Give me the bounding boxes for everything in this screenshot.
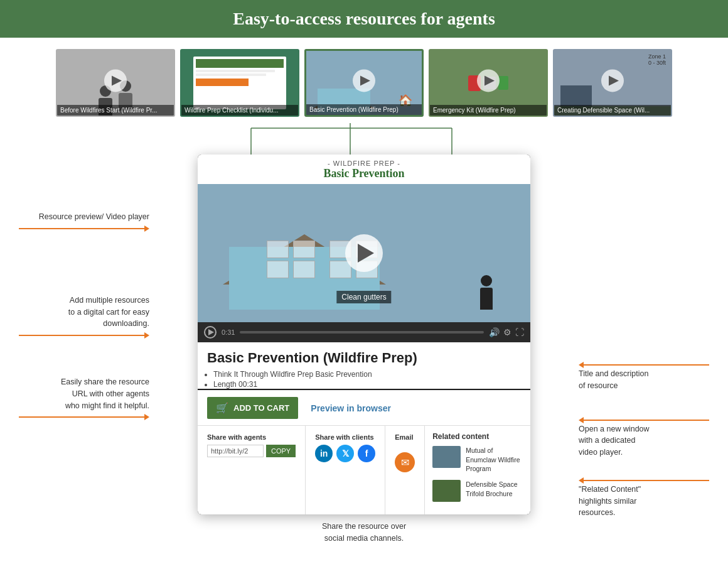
video-controls: 0:31 🔊 ⚙ ⛶: [198, 322, 530, 342]
video-header: - WILDFIRE PREP - Basic Prevention: [198, 155, 530, 184]
window-grid-left: [267, 241, 317, 278]
window-pane-4: [293, 261, 315, 278]
related-text-2: Defensible Space Trifold Brochure: [466, 480, 523, 498]
play-control[interactable]: [204, 326, 217, 339]
copy-button[interactable]: COPY: [266, 445, 296, 457]
fullscreen-icon[interactable]: ⛶: [515, 327, 524, 337]
info-section: Basic Prevention (Wildfire Prep) Think I…: [198, 342, 530, 389]
thumb-play-1: [104, 69, 127, 92]
thumbnail-4[interactable]: Emergency Kit (Wildfire Prep): [429, 49, 548, 117]
volume-icon[interactable]: 🔊: [489, 327, 500, 337]
resource-meta: Think It Through Wildfire Prep Basic Pre…: [207, 370, 521, 389]
email-label: Email: [395, 433, 415, 441]
progress-bar[interactable]: [240, 331, 484, 334]
arrow-line-url: [19, 416, 144, 418]
arrow-line-window: [584, 420, 709, 421]
related-section: Related content Mutual of Enumclaw Wildf…: [425, 426, 530, 514]
arrow-tip-related: [579, 477, 584, 484]
related-title: Related content: [432, 432, 523, 441]
thumb-play-5: [601, 69, 624, 92]
settings-icon[interactable]: ⚙: [503, 327, 511, 337]
related-thumb-1: [432, 446, 461, 468]
video-subtitle: - WILDFIRE PREP -: [204, 160, 524, 167]
thumb-label-3: Basic Prevention (Wildfire Prep): [306, 104, 422, 115]
thumb-label-2: Wildfire Prep Checklist (Individu...: [181, 105, 298, 116]
share-clients-label: Share with clients: [315, 433, 375, 441]
time-display: 0:31: [222, 328, 235, 336]
related-item-2[interactable]: Defensible Space Trifold Brochure: [432, 480, 523, 502]
related-text-1: Mutual of Enumclaw Wildfire Program: [466, 446, 523, 474]
thumb-label-5: Creating Defensible Space (Wil...: [554, 105, 671, 116]
share-agents-section: Share with agents COPY: [198, 426, 306, 514]
facebook-icon[interactable]: f: [358, 445, 375, 462]
arrow-tip-preview: [144, 225, 149, 232]
add-to-cart-label: ADD TO CART: [233, 403, 289, 413]
window-pane-1: [267, 241, 289, 258]
twitter-icon[interactable]: 𝕏: [336, 445, 354, 462]
arrow-tip-url: [144, 414, 149, 420]
annotation-title-desc: Title and descriptionof resource: [571, 362, 709, 392]
annotation-text-title: Title and descriptionof resource: [579, 369, 648, 390]
annotation-new-window: Open a new windowwith a dedicatedvideo p…: [571, 417, 709, 458]
main-layout: Resource preview/ Video player Add multi…: [0, 155, 728, 557]
thumbnail-3[interactable]: 🏠 Basic Prevention (Wildfire Prep): [304, 49, 424, 117]
arrow-new-window: [579, 417, 709, 423]
annotation-social-text: Share the resource oversocial media chan…: [322, 521, 406, 545]
thumb-play-3: [353, 69, 375, 92]
window-pane-2: [293, 241, 315, 258]
annotation-text-url: Easily share the resourceURL with other …: [61, 377, 149, 410]
annotation-arrow-cart: [19, 332, 149, 339]
annotation-add-cart: Add multiple resourcesto a digital cart …: [19, 295, 157, 339]
annotation-text-related: "Related Content"highlights similarresou…: [579, 485, 641, 518]
linkedin-icon[interactable]: in: [315, 445, 333, 462]
preview-browser-link[interactable]: Preview in browser: [311, 403, 391, 413]
add-to-cart-button[interactable]: 🛒 ADD TO CART: [207, 397, 298, 419]
annotation-arrow-url: [19, 414, 149, 420]
left-annotations: Resource preview/ Video player Add multi…: [19, 155, 157, 557]
person-on-ladder-body: [480, 288, 493, 310]
arrow-tip-window: [579, 417, 584, 423]
annotation-social: Share the resource oversocial media chan…: [309, 521, 419, 545]
annotation-share-url: Easily share the resourceURL with other …: [19, 376, 157, 420]
arrow-line-title: [584, 364, 709, 366]
video-title: Basic Prevention: [204, 167, 524, 180]
center-panel: - WILDFIRE PREP - Basic Prevention: [157, 155, 571, 557]
annotation-text-cart: Add multiple resourcesto a digital cart …: [68, 296, 149, 328]
related-item-1[interactable]: Mutual of Enumclaw Wildfire Program: [432, 446, 523, 474]
ladder-person: [480, 275, 493, 310]
arrow-line-preview: [19, 228, 144, 229]
url-input[interactable]: [207, 445, 264, 457]
share-clients-section: Share with clients in 𝕏 f: [306, 426, 385, 514]
thumb-play-4: [477, 69, 500, 92]
video-area: Clean gutters: [198, 184, 530, 322]
social-icons: in 𝕏 f: [315, 445, 375, 462]
bottom-annotations: Share the resource oversocial media chan…: [309, 514, 419, 557]
window-pane-3: [267, 261, 289, 278]
thumbnail-5[interactable]: Zone 10 - 30ft Creating Defensible Space…: [553, 49, 672, 117]
annotation-arrow-preview: [19, 225, 149, 232]
arrow-line-related: [584, 480, 709, 481]
thumbnail-2[interactable]: Wildfire Prep Checklist (Individu...: [180, 49, 299, 117]
arrow-tip-title: [579, 362, 584, 368]
resource-title: Basic Prevention (Wildfire Prep): [207, 350, 521, 366]
right-annotations: Title and descriptionof resource Open a …: [571, 155, 709, 557]
thumbnail-1[interactable]: Before Wildfires Start (Wildfire Pr...: [56, 49, 175, 117]
annotation-resource-preview: Resource preview/ Video player: [19, 211, 157, 232]
cart-icon: 🛒: [216, 402, 228, 414]
email-icon[interactable]: ✉: [395, 452, 415, 472]
video-caption: Clean gutters: [336, 291, 391, 303]
share-agents-label: Share with agents: [207, 433, 296, 441]
resource-meta-2: Length 00:31: [213, 380, 521, 389]
url-row: COPY: [207, 445, 296, 457]
video-card: - WILDFIRE PREP - Basic Prevention: [198, 155, 530, 514]
annotation-text-window: Open a new windowwith a dedicatedvideo p…: [579, 425, 650, 457]
arrow-line-cart: [19, 335, 144, 336]
resource-meta-1: Think It Through Wildfire Prep Basic Pre…: [213, 370, 521, 379]
arrow-related: [579, 477, 709, 484]
thumbnail-strip: Before Wildfires Start (Wildfire Pr... W…: [0, 38, 728, 123]
header-bar: Easy-to-access resources for agents: [0, 0, 728, 38]
annotation-text-preview: Resource preview/ Video player: [39, 212, 149, 221]
thumb-label-1: Before Wildfires Start (Wildfire Pr...: [57, 105, 174, 116]
video-play-button[interactable]: [345, 234, 383, 272]
page-title: Easy-to-access resources for agents: [0, 9, 728, 29]
